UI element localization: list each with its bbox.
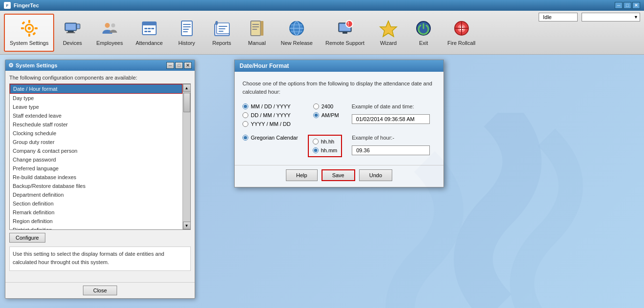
radio-hh-hh-input[interactable]	[313, 139, 319, 144]
scroll-down-btn[interactable]: ▼	[183, 222, 191, 229]
radio-yyyy-mm-dd: YYYY / MM / DD	[242, 121, 291, 127]
radio-dd-mm-yyyy: DD / MM / YYYY	[242, 112, 291, 118]
svg-rect-33	[216, 21, 218, 25]
toolbar-remote-support[interactable]: ! Remote Support	[320, 14, 370, 52]
settings-list-item-8[interactable]: Change password	[10, 155, 182, 164]
svg-rect-7	[32, 32, 36, 35]
svg-rect-23	[183, 24, 191, 25]
settings-close-button[interactable]: Close	[83, 286, 117, 295]
settings-title-bar: ⚙ System Settings ─ □ ✕	[5, 60, 195, 71]
dialog-title: Date/Hour Format	[240, 62, 289, 69]
radio-hh-mm-input[interactable]	[313, 147, 319, 153]
status-dropdown-wrapper	[582, 13, 640, 21]
svg-rect-35	[261, 21, 263, 36]
radio-2400-label: 2400	[322, 103, 333, 109]
settings-minimize-btn[interactable]: ─	[166, 62, 174, 69]
settings-list-item-1[interactable]: Day type	[10, 94, 182, 103]
settings-list-item-9[interactable]: Preferred language	[10, 164, 182, 173]
settings-title-label: System Settings	[16, 62, 58, 68]
toolbar-wizard[interactable]: Wizard	[371, 14, 405, 52]
settings-description: The following configuration components a…	[9, 75, 191, 81]
svg-rect-2	[28, 20, 30, 23]
toolbar-history[interactable]: History	[170, 14, 204, 52]
settings-close-btn[interactable]: ✕	[184, 62, 192, 69]
svg-rect-4	[21, 27, 24, 29]
settings-scrollbar: ▲ ▼	[182, 84, 190, 229]
svg-rect-29	[219, 26, 227, 27]
scroll-thumb[interactable]	[183, 93, 190, 112]
manual-icon	[247, 19, 267, 38]
settings-body: The following configuration components a…	[5, 71, 195, 282]
date-hour-dialog: Date/Hour Format Choose one of the optio…	[234, 60, 444, 187]
settings-list-item-2[interactable]: Leave type	[10, 103, 182, 111]
toolbar-exit[interactable]: Exit	[406, 14, 441, 52]
radio-yyyy-mm-dd-input[interactable]	[242, 121, 248, 127]
reports-icon	[212, 19, 232, 38]
maximize-btn[interactable]: □	[624, 2, 631, 9]
radio-ampm-input[interactable]	[313, 112, 319, 118]
fire-rollcall-icon	[452, 19, 471, 38]
svg-rect-18	[148, 28, 151, 29]
settings-list-item-7[interactable]: Company & contact person	[10, 146, 182, 155]
radio-dd-mm-yyyy-input[interactable]	[242, 112, 248, 118]
undo-button[interactable]: Undo	[359, 169, 392, 181]
status-dropdown[interactable]	[582, 13, 640, 21]
status-idle: Idle	[539, 13, 578, 21]
settings-list-item-10[interactable]: Re-build database indexes	[10, 173, 182, 182]
settings-list-item-15[interactable]: Region definition	[10, 217, 182, 226]
app-icon: F	[4, 2, 11, 9]
save-button[interactable]: Save	[322, 169, 355, 181]
toolbar-attendance[interactable]: Attendance	[130, 14, 169, 52]
fire-rollcall-label: Fire Rollcall	[447, 40, 475, 46]
radio-hh-mm: hh.mm	[313, 147, 338, 153]
toolbar-new-release[interactable]: New Release	[275, 14, 319, 52]
settings-list-item-5[interactable]: Clocking schedule	[10, 129, 182, 138]
settings-maximize-btn[interactable]: □	[175, 62, 183, 69]
toolbar-devices[interactable]: Devices	[55, 14, 89, 52]
svg-text:!: !	[347, 21, 349, 27]
minimize-btn[interactable]: ─	[615, 2, 623, 9]
settings-list: Date / Hour format Day type Leave type S…	[10, 84, 182, 229]
radio-2400-input[interactable]	[313, 103, 319, 109]
settings-list-item-3[interactable]: Staff extended leave	[10, 111, 182, 120]
new-release-label: New Release	[281, 40, 313, 46]
attendance-label: Attendance	[136, 40, 163, 46]
title-bar-controls: ─ □ ✕	[615, 2, 640, 9]
scroll-up-btn[interactable]: ▲	[183, 84, 191, 92]
close-title-btn[interactable]: ✕	[632, 2, 640, 9]
radio-mm-dd-yyyy-label: MM / DD / YYYY	[251, 103, 291, 109]
toolbar-fire-rollcall[interactable]: Fire Rollcall	[442, 14, 481, 52]
settings-list-item-16[interactable]: District definition	[10, 226, 182, 229]
radio-gregorian-input[interactable]	[242, 135, 248, 141]
toolbar-manual[interactable]: Manual	[240, 14, 274, 52]
settings-list-item-4[interactable]: Reschedule staff roster	[10, 120, 182, 129]
settings-list-item-11[interactable]: Backup/Restore database files	[10, 182, 182, 190]
svg-rect-19	[151, 28, 154, 29]
toolbar-reports[interactable]: Reports	[205, 14, 239, 52]
settings-footer: Close	[5, 282, 195, 298]
settings-list-item-0[interactable]: Date / Hour format	[10, 84, 182, 94]
wizard-label: Wizard	[380, 40, 397, 46]
help-button[interactable]: Help	[286, 169, 318, 181]
toolbar-employees[interactable]: Employees	[90, 14, 128, 52]
configure-button[interactable]: Configure	[9, 233, 45, 243]
example-datetime-value: 01/02/2014 09:36:58 AM	[352, 114, 430, 124]
svg-rect-9	[66, 24, 76, 30]
radio-mm-dd-yyyy-input[interactable]	[242, 103, 248, 109]
settings-list-item-12[interactable]: Department definition	[10, 190, 182, 199]
radio-hh-hh-label: hh.hh	[321, 139, 335, 144]
radio-hh-mm-label: hh.mm	[321, 147, 338, 153]
history-label: History	[178, 40, 195, 46]
svg-rect-6	[21, 21, 25, 24]
settings-list-item-6[interactable]: Group duty roster	[10, 138, 182, 146]
exit-icon	[414, 19, 433, 38]
radio-mm-dd-yyyy: MM / DD / YYYY	[242, 103, 291, 109]
radio-2400: 2400	[313, 103, 339, 109]
settings-title-controls: ─ □ ✕	[166, 62, 192, 69]
svg-rect-24	[183, 26, 191, 27]
bottom-options-row: Gregorian Calendar hh.hh hh.mm Example o	[242, 135, 436, 157]
radio-yyyy-mm-dd-label: YYYY / MM / DD	[251, 121, 291, 127]
toolbar-system-settings[interactable]: System Settings	[4, 14, 54, 52]
settings-list-item-13[interactable]: Section definition	[10, 199, 182, 208]
settings-list-item-14[interactable]: Remark definition	[10, 208, 182, 217]
